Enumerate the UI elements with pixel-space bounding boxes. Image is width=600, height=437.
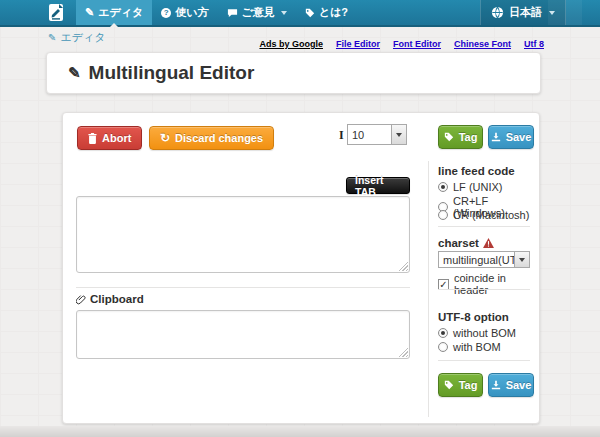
document-pencil-logo-icon (48, 3, 65, 22)
coincide-in-header-checkbox[interactable]: ✓ coincide in header (438, 272, 539, 296)
abort-label: Abort (102, 132, 131, 144)
clipboard-heading-text: Clipboard (90, 293, 144, 305)
clipboard-heading: Clipboard (76, 293, 144, 305)
page-bottom-fade (0, 426, 600, 437)
section-divider (438, 289, 530, 290)
trash-icon (88, 133, 97, 144)
top-navbar: ✎ エディタ ? 使い方 ご意見 とは? (0, 0, 600, 27)
nav-item-howto[interactable]: ? 使い方 (152, 0, 217, 25)
tag-icon (305, 8, 315, 18)
radio-with-bom[interactable]: with BOM (438, 341, 501, 353)
save-button-bottom[interactable]: Save (488, 373, 534, 397)
language-label: 日本語 (509, 5, 542, 20)
tag-button-bottom[interactable]: Tag (438, 373, 483, 397)
nav-item-editor[interactable]: ✎ エディタ (76, 0, 152, 25)
page: ✎ エディタ ? 使い方 ご意見 とは? (0, 0, 600, 437)
charset-select[interactable]: multilingual(UTF-8 (438, 251, 530, 268)
radio-cr-macintosh[interactable]: CR (Macintosh) (438, 209, 529, 221)
pencil-icon: ✎ (68, 64, 81, 82)
checkbox-icon: ✓ (438, 279, 449, 290)
charset-heading-text: charset (438, 237, 479, 249)
breadcrumb-label: エディタ (60, 30, 105, 45)
page-title-text: Multilingual Editor (89, 62, 255, 84)
radio-icon (438, 328, 448, 338)
select-dropdown-button[interactable] (391, 125, 406, 144)
clipboard-textarea[interactable] (76, 310, 410, 359)
resize-grip[interactable] (399, 262, 408, 271)
chevron-down-icon (396, 133, 402, 137)
app-logo[interactable] (46, 3, 66, 23)
tag-label: Tag (459, 131, 478, 143)
rows-select-value: 10 (348, 129, 391, 141)
text-height-icon: I (339, 128, 344, 143)
radio-label: without BOM (453, 327, 516, 339)
save-label: Save (506, 131, 532, 143)
ad-link-chinese-font[interactable]: Chinese Font (454, 39, 511, 49)
resize-grip[interactable] (399, 348, 408, 357)
panel-divider (428, 161, 429, 417)
comment-icon (227, 8, 238, 18)
abort-button[interactable]: Abort (77, 126, 142, 150)
section-divider (438, 226, 530, 227)
paperclip-icon (76, 294, 86, 305)
breadcrumb[interactable]: ✎ エディタ (48, 30, 105, 45)
radio-label: CR (Macintosh) (453, 209, 529, 221)
rows-select[interactable]: 10 (347, 124, 407, 145)
editor-panel: Abort ↻ Discard changes I 10 Tag Save (62, 112, 540, 424)
checkbox-label: coincide in header (454, 272, 539, 296)
pencil-icon: ✎ (85, 7, 94, 18)
line-feed-heading: line feed code (438, 165, 515, 177)
radio-label: LF (UNIX) (453, 181, 503, 193)
tag-icon (444, 132, 454, 142)
ads-row: Ads by Google File Editor Font Editor Ch… (259, 39, 544, 49)
chevron-down-icon (281, 11, 287, 15)
page-title: ✎ Multilingual Editor (68, 62, 254, 84)
nav-item-label: とは? (319, 5, 348, 20)
save-button-top[interactable]: Save (488, 125, 534, 149)
warning-icon (483, 238, 494, 248)
save-download-icon (491, 380, 501, 390)
section-divider (438, 360, 530, 361)
pencil-icon: ✎ (48, 33, 56, 43)
ads-heading[interactable]: Ads by Google (259, 39, 323, 49)
radio-icon (438, 182, 448, 192)
save-label: Save (506, 379, 532, 391)
radio-icon (438, 210, 448, 220)
insert-tab-label: Insert TAB (355, 174, 401, 198)
discard-changes-button[interactable]: ↻ Discard changes (149, 126, 274, 150)
ad-link-file-editor[interactable]: File Editor (336, 39, 380, 49)
charset-select-value: multilingual(UTF-8 (439, 254, 514, 266)
insert-tab-button[interactable]: Insert TAB (346, 177, 410, 194)
globe-icon (491, 6, 504, 19)
nav-item-about[interactable]: とは? (296, 0, 357, 25)
chevron-down-icon (519, 258, 525, 262)
utf8-option-heading: UTF-8 option (438, 311, 509, 323)
ad-link-utf8[interactable]: Utf 8 (524, 39, 544, 49)
tag-label: Tag (459, 379, 478, 391)
select-dropdown-button[interactable] (514, 252, 529, 267)
nav-item-feedback[interactable]: ご意見 (218, 0, 296, 25)
nav-item-label: エディタ (98, 5, 143, 20)
nav-item-label: 使い方 (175, 5, 208, 20)
discard-label: Discard changes (175, 132, 263, 144)
nav-item-label: ご意見 (242, 5, 275, 20)
navbar-highlight (548, 0, 582, 25)
section-divider (76, 287, 410, 288)
main-textarea[interactable] (76, 196, 410, 273)
ad-link-font-editor[interactable]: Font Editor (393, 39, 441, 49)
title-card: ✎ Multilingual Editor (46, 52, 541, 94)
refresh-icon: ↻ (160, 132, 170, 144)
charset-heading: charset (438, 237, 494, 249)
tag-button-top[interactable]: Tag (438, 125, 483, 149)
radio-without-bom[interactable]: without BOM (438, 327, 516, 339)
radio-icon (438, 342, 448, 352)
radio-lf-unix[interactable]: LF (UNIX) (438, 181, 503, 193)
tag-icon (444, 380, 454, 390)
question-circle-icon: ? (161, 8, 171, 18)
save-download-icon (491, 132, 501, 142)
radio-label: with BOM (453, 341, 501, 353)
